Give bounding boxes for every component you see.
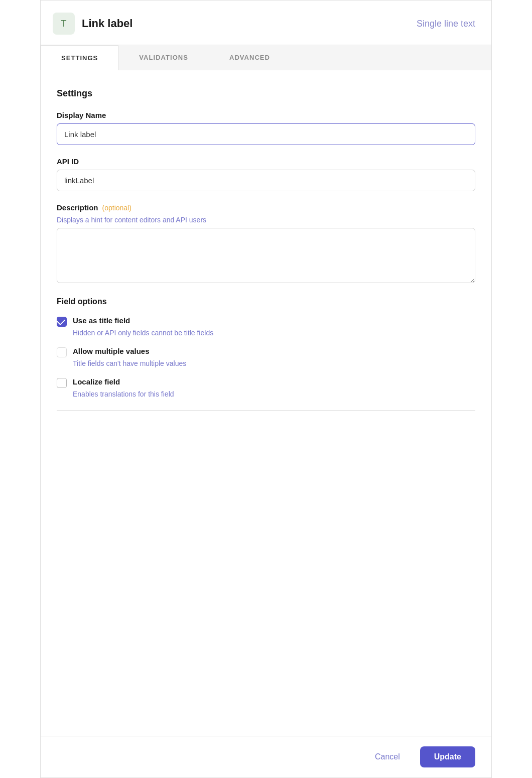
option-localize-field-label: Localize field [73, 377, 120, 386]
description-label: Description (optional) [57, 203, 475, 212]
api-id-group: API ID [57, 157, 475, 191]
tab-validations[interactable]: VALIDATIONS [118, 45, 209, 70]
option-allow-multiple-row: Allow multiple values [57, 347, 475, 357]
description-input[interactable] [57, 228, 475, 283]
footer: Cancel Update [41, 736, 491, 777]
optional-badge: (optional) [102, 204, 131, 212]
option-use-as-title-row: Use as title field [57, 316, 475, 327]
settings-content: Settings Display Name API ID Description… [41, 70, 491, 736]
tab-advanced[interactable]: ADVANCED [209, 45, 291, 70]
page-title: Link label [82, 17, 132, 30]
field-options-group: Field options Use as title field Hidden … [57, 297, 475, 398]
option-localize-field-row: Localize field [57, 377, 475, 388]
field-type-label: Single line text [417, 19, 475, 29]
option-allow-multiple-desc: Title fields can't have multiple values [73, 359, 475, 367]
display-name-input[interactable] [57, 123, 475, 145]
header: T Link label Single line text [41, 1, 491, 45]
tab-settings[interactable]: SETTINGS [41, 45, 118, 70]
field-type-icon: T [53, 13, 75, 35]
option-use-as-title: Use as title field Hidden or API only fi… [57, 316, 475, 337]
field-options-title: Field options [57, 297, 475, 306]
display-name-group: Display Name [57, 111, 475, 145]
section-title: Settings [57, 88, 475, 99]
checkbox-use-as-title[interactable] [57, 317, 67, 327]
api-id-input[interactable] [57, 170, 475, 191]
description-group: Description (optional) Displays a hint f… [57, 203, 475, 285]
settings-panel: T Link label Single line text SETTINGS V… [40, 0, 492, 778]
display-name-label: Display Name [57, 111, 475, 119]
option-allow-multiple: Allow multiple values Title fields can't… [57, 347, 475, 367]
header-left: T Link label [53, 13, 132, 35]
update-button[interactable]: Update [420, 746, 475, 767]
description-hint: Displays a hint for content editors and … [57, 216, 475, 224]
checkbox-allow-multiple[interactable] [57, 347, 67, 357]
api-id-label: API ID [57, 157, 475, 166]
option-localize-field-desc: Enables translations for this field [73, 390, 475, 398]
option-localize-field: Localize field Enables translations for … [57, 377, 475, 398]
checkbox-localize-field[interactable] [57, 378, 67, 388]
option-use-as-title-label: Use as title field [73, 316, 130, 325]
content-divider [57, 410, 475, 411]
option-use-as-title-desc: Hidden or API only fields cannot be titl… [73, 329, 475, 337]
cancel-button[interactable]: Cancel [363, 746, 412, 767]
tabs-bar: SETTINGS VALIDATIONS ADVANCED [41, 45, 491, 70]
option-allow-multiple-label: Allow multiple values [73, 347, 150, 355]
